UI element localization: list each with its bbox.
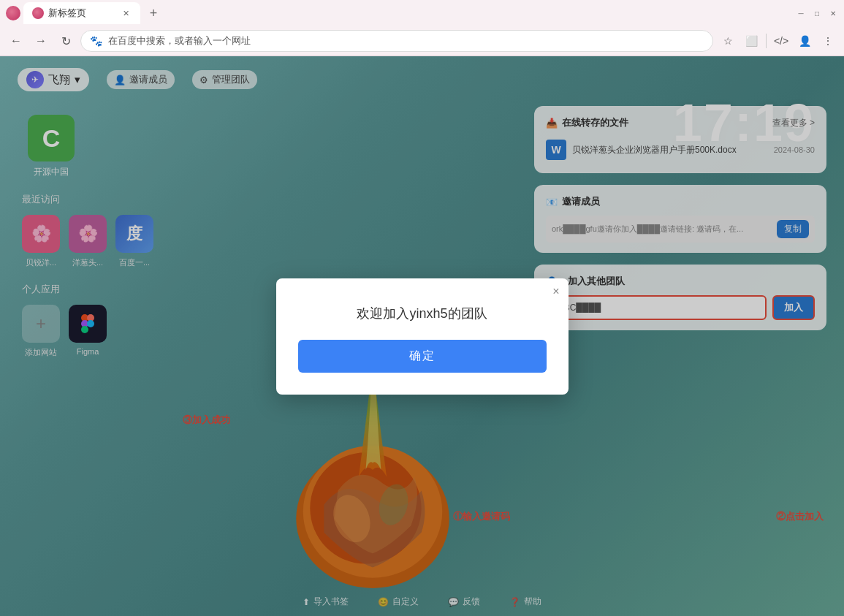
toolbar: ← → ↻ 🐾 在百度中搜索，或者输入一个网址 ☆ ⬜ </> 👤 ⋮ <box>0 26 844 56</box>
address-bar[interactable]: 🐾 在百度中搜索，或者输入一个网址 <box>80 30 713 52</box>
code-button[interactable]: </> <box>771 31 791 51</box>
back-button[interactable]: ← <box>6 31 26 51</box>
tab-close-button[interactable]: ✕ <box>120 7 132 19</box>
browser-icon <box>6 6 20 20</box>
new-tab-page: ✈ 飞翔 ▾ 👤 邀请成员 ⚙ 管理团队 17:19 C 开源中国 最近访问 <box>0 56 844 616</box>
toolbar-separator <box>766 34 767 48</box>
back-icon: ← <box>10 34 22 47</box>
active-tab[interactable]: 新标签页 ✕ <box>23 2 140 24</box>
tab-title: 新标签页 <box>48 7 86 20</box>
refresh-button[interactable]: ↻ <box>56 31 76 51</box>
modal-title: 欢迎加入yinxh5的团队 <box>298 305 547 322</box>
address-text: 在百度中搜索，或者输入一个网址 <box>108 34 251 47</box>
extension-button[interactable]: ⬜ <box>741 31 761 51</box>
forward-button[interactable]: → <box>31 31 51 51</box>
modal-body: 欢迎加入yinxh5的团队 确定 <box>276 297 569 395</box>
close-button[interactable]: ✕ <box>828 8 838 18</box>
search-icon: 🐾 <box>90 35 102 47</box>
tab-favicon <box>32 7 44 19</box>
minimize-button[interactable]: ─ <box>796 8 806 18</box>
menu-button[interactable]: ⋮ <box>818 31 838 51</box>
modal-overlay: × 欢迎加入yinxh5的团队 确定 <box>0 56 844 616</box>
modal-confirm-button[interactable]: 确定 <box>298 340 547 373</box>
refresh-icon: ↻ <box>61 34 71 48</box>
modal-close-button[interactable]: × <box>552 286 559 297</box>
window-controls: ─ □ ✕ <box>796 8 838 18</box>
modal-dialog: × 欢迎加入yinxh5的团队 确定 <box>276 278 569 395</box>
star-button[interactable]: ☆ <box>718 31 738 51</box>
title-bar: 新标签页 ✕ + ─ □ ✕ <box>0 0 844 26</box>
new-tab-button[interactable]: + <box>143 3 164 23</box>
user-avatar-button[interactable]: 👤 <box>794 31 815 51</box>
toolbar-actions: ☆ ⬜ </> 👤 ⋮ <box>718 31 838 51</box>
browser-chrome: 新标签页 ✕ + ─ □ ✕ ← → ↻ 🐾 在百度中搜索，或者输入一个网址 ☆… <box>0 0 844 56</box>
modal-header: × <box>276 278 569 297</box>
maximize-button[interactable]: □ <box>812 8 822 18</box>
forward-icon: → <box>35 34 47 47</box>
